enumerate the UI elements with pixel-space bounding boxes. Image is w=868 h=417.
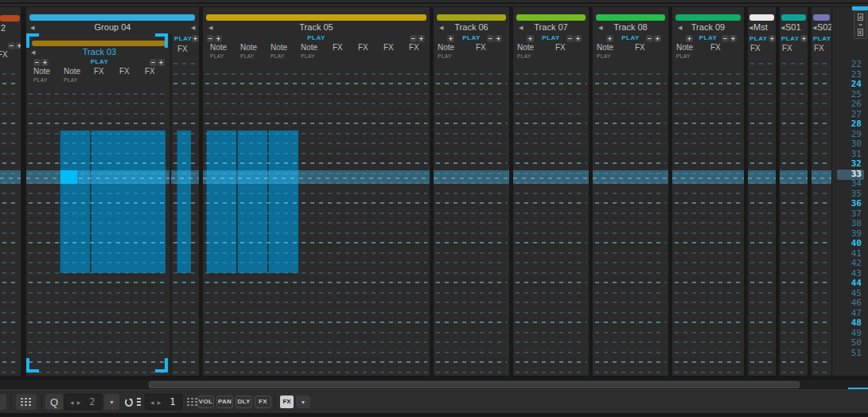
track-color-bar[interactable]	[749, 14, 774, 21]
play-button[interactable]: PLAY	[29, 58, 169, 65]
track-title[interactable]: Track 07	[513, 22, 589, 32]
fx-column-header[interactable]: FX	[145, 68, 155, 76]
row-dashes	[173, 302, 197, 303]
track-color-bar[interactable]	[516, 14, 586, 21]
note-column-header[interactable]: NotePLAY	[210, 44, 227, 59]
remove-column-button[interactable]: −	[566, 35, 574, 42]
track-title[interactable]: S01	[785, 22, 808, 32]
fx-column-header[interactable]: FX	[358, 44, 368, 52]
remove-column-button[interactable]: −	[722, 35, 729, 42]
row-dashes	[29, 202, 167, 204]
scrollbar-handle[interactable]	[149, 381, 800, 388]
play-button[interactable]: PLAY	[749, 35, 768, 42]
add-column-button[interactable]: +	[800, 35, 808, 42]
track-title[interactable]: Track 08	[593, 22, 668, 32]
loop-count-stepper[interactable]: ◀ ▶ 1	[145, 394, 182, 410]
quantize-dropdown-button[interactable]: ▼	[104, 394, 119, 410]
note-column-header[interactable]: NotePLAY	[438, 44, 454, 59]
fx-column-header[interactable]: FX	[476, 44, 486, 52]
remove-column-button[interactable]: −	[150, 59, 157, 66]
fx-column-header[interactable]: FX	[710, 44, 721, 52]
add-column-button[interactable]: +	[574, 35, 582, 42]
fx-chain-dropdown-button[interactable]: ▼	[296, 396, 310, 408]
stepper-right-icon[interactable]: ▶	[158, 399, 162, 405]
note-column-header[interactable]: NotePLAY	[240, 44, 257, 59]
remove-column-button[interactable]: −	[410, 35, 417, 42]
track-title[interactable]: Track 09	[672, 22, 744, 32]
track-title[interactable]: Track 05	[203, 22, 430, 32]
matrix-view-toggle-button[interactable]	[16, 394, 37, 410]
stepper-left-icon[interactable]: ◀	[70, 399, 74, 405]
fx-column-header[interactable]: FX	[635, 44, 645, 52]
track-title[interactable]: Track 03	[29, 47, 169, 57]
quantize-stepper[interactable]: ◀ ▶ 2	[64, 394, 102, 410]
track-color-bar[interactable]	[813, 14, 830, 21]
fx-column-header[interactable]: FX	[94, 68, 104, 76]
add-column-button[interactable]: +	[418, 35, 425, 42]
remove-column-button[interactable]: −	[487, 35, 494, 42]
remove-column-button[interactable]: −	[8, 42, 15, 49]
play-button[interactable]: PLAY	[203, 34, 430, 41]
pan-column-button[interactable]: PAN	[216, 396, 233, 408]
note-column-header[interactable]: NotePLAY	[271, 44, 287, 59]
fx-column-header[interactable]: FX	[750, 45, 761, 53]
fx-column-header[interactable]: FX	[333, 44, 343, 52]
track-color-bar[interactable]	[0, 15, 20, 21]
fx-chain-button[interactable]: FX	[280, 396, 294, 408]
track-color-bar[interactable]	[32, 41, 167, 46]
fx-column-header[interactable]: FX	[119, 68, 130, 76]
track-title[interactable]: 2	[1, 23, 17, 33]
stepper-right-icon[interactable]: ▶	[77, 399, 81, 405]
track-title[interactable]: Group 04	[26, 22, 199, 32]
fx-column-header[interactable]: FX	[782, 45, 792, 53]
fx-column-button[interactable]: FX	[255, 396, 271, 408]
fx-column-header[interactable]: FX	[383, 44, 394, 52]
add-column-button[interactable]: +	[158, 59, 165, 66]
play-button[interactable]: PLAY	[813, 35, 831, 42]
track-title[interactable]: S02	[817, 22, 831, 32]
collapse-arrow-icon[interactable]: ◀	[780, 25, 784, 30]
track-color-bar[interactable]	[437, 14, 506, 21]
fx-column-header[interactable]: FX	[814, 45, 824, 53]
note-column-header[interactable]: NotePLAY	[33, 68, 50, 83]
add-column-button[interactable]: +	[495, 35, 502, 42]
track-color-bar[interactable]	[781, 14, 806, 21]
dly-column-button[interactable]: DLY	[235, 396, 252, 408]
note-column-header[interactable]: NotePLAY	[64, 68, 80, 83]
fx-column-header[interactable]: FX	[555, 44, 566, 52]
stepper-left-icon[interactable]: ◀	[150, 399, 154, 405]
collapse-arrow-icon[interactable]: ◀	[749, 25, 753, 30]
track-title[interactable]: Mst	[753, 22, 776, 32]
add-column-button[interactable]: +	[730, 35, 737, 42]
matrix-resize-icon[interactable]: ↔	[858, 21, 862, 28]
track-title[interactable]: Track 06	[434, 22, 509, 32]
quantize-button[interactable]: Q	[45, 394, 63, 410]
matrix-option-e-icon[interactable]: E	[858, 29, 864, 36]
vol-column-button[interactable]: VOL	[197, 396, 214, 408]
remove-column-button[interactable]: −	[646, 35, 653, 42]
add-column-button[interactable]: +	[192, 35, 199, 42]
note-column-header[interactable]: NotePLAY	[301, 44, 317, 59]
track-color-bar[interactable]	[596, 14, 665, 21]
track-color-bar[interactable]	[206, 14, 426, 21]
fx-column-header[interactable]: FX	[0, 51, 8, 59]
track-color-bar[interactable]	[29, 14, 195, 21]
note-column-header[interactable]: NotePLAY	[517, 44, 534, 59]
collapse-arrow-icon[interactable]: ◀	[812, 25, 816, 30]
loop-pattern-button[interactable]	[123, 394, 142, 410]
note-column-header[interactable]: NotePLAY	[676, 44, 693, 59]
play-button[interactable]: PLAY	[174, 35, 193, 42]
clipped-left-button[interactable]	[0, 394, 6, 410]
fx-column-header[interactable]: FX	[177, 45, 188, 53]
track-color-bar[interactable]	[675, 14, 741, 21]
fx-column-header[interactable]: FX	[409, 44, 419, 52]
add-column-button[interactable]: +	[654, 35, 661, 42]
play-button[interactable]: PLAY	[781, 35, 800, 42]
matrix-option-a-icon[interactable]: A	[858, 14, 864, 21]
row-dashes	[750, 372, 773, 373]
sequence-number[interactable]: 51	[837, 349, 864, 359]
add-column-button[interactable]: +	[769, 35, 776, 42]
horizontal-scrollbar[interactable]	[0, 379, 868, 389]
note-column-header[interactable]: NotePLAY	[597, 44, 613, 59]
add-column-button[interactable]: +	[16, 42, 21, 49]
